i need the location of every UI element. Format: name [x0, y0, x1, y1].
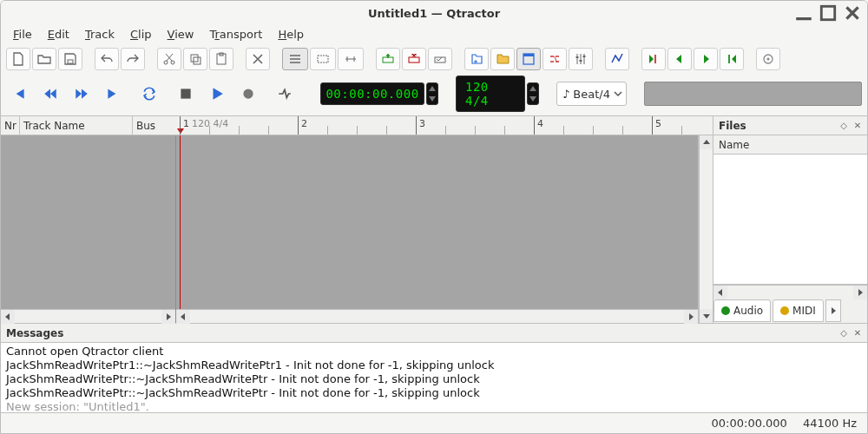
punch-in-button[interactable] [667, 48, 692, 70]
files-hscroll[interactable] [713, 285, 867, 299]
messages-body[interactable]: Cannot open Qtractor client JackShmReadW… [1, 343, 867, 412]
scroll-down-icon[interactable] [700, 309, 713, 323]
timeline-vscroll[interactable] [699, 135, 713, 323]
menu-view[interactable]: View [161, 25, 201, 46]
col-bus[interactable]: Bus [133, 116, 176, 135]
menubar: File Edit Track Clip View Transport Help [1, 25, 867, 46]
svg-rect-10 [409, 57, 419, 62]
timeline-thumbnail[interactable] [644, 82, 862, 106]
window-title: Untitled1 — Qtractor [368, 7, 500, 20]
svg-point-2 [164, 61, 168, 64]
svg-rect-14 [576, 56, 579, 58]
snap-combo[interactable]: ♪ Beat/4 [556, 82, 627, 106]
connections-button[interactable] [542, 48, 567, 70]
tool-range-button[interactable] [338, 48, 364, 70]
fast-forward-button[interactable] [69, 82, 95, 106]
tab-audio[interactable]: Audio [713, 299, 771, 322]
punch-out-button[interactable] [694, 48, 718, 70]
col-nr[interactable]: Nr [1, 116, 20, 135]
view-messages-button[interactable] [516, 48, 541, 70]
panel-float-button[interactable]: ◇ [838, 326, 850, 339]
scroll-up-icon[interactable] [700, 135, 713, 149]
punch-button[interactable] [272, 82, 298, 106]
scroll-right-icon[interactable] [853, 286, 867, 299]
tab-midi[interactable]: MIDI [773, 299, 824, 322]
paste-button[interactable] [209, 48, 233, 70]
save-button[interactable] [58, 48, 82, 70]
files-tabs: Audio MIDI [713, 299, 867, 323]
midi-panic-button[interactable] [756, 48, 780, 70]
minimize-button[interactable] [794, 3, 813, 23]
undo-button[interactable] [95, 48, 119, 70]
scroll-left-icon[interactable] [713, 286, 727, 299]
menu-edit[interactable]: Edit [41, 25, 76, 46]
snap-value: Beat/4 [573, 88, 610, 101]
stop-button[interactable] [173, 82, 199, 106]
tempo-spinner[interactable] [527, 82, 539, 105]
menu-file[interactable]: File [6, 25, 39, 46]
open-button[interactable] [32, 48, 56, 70]
time-display[interactable]: 00:00:00.000 [320, 82, 424, 105]
menu-track[interactable]: Track [78, 25, 122, 46]
mixer-button[interactable] [569, 48, 593, 70]
rewind-button[interactable] [37, 82, 63, 106]
message-line: JackShmReadWritePtr::~JackShmReadWritePt… [6, 372, 862, 386]
remove-track-button[interactable] [402, 48, 426, 70]
transport-loop-button[interactable] [136, 82, 162, 106]
view-files-button[interactable] [490, 48, 515, 70]
playhead-line [180, 135, 181, 309]
cut-button[interactable] [157, 48, 181, 70]
add-track-button[interactable] [376, 48, 400, 70]
delete-button[interactable] [246, 48, 270, 70]
main-area: Nr Track Name Bus 1 120 4/4 2 3 4 5 [1, 115, 867, 323]
track-list[interactable] [1, 135, 176, 323]
loop-set-button[interactable] [641, 48, 666, 70]
goto-start-button[interactable] [6, 82, 32, 106]
loop-button[interactable] [720, 48, 744, 70]
panel-float-button[interactable]: ◇ [838, 119, 850, 131]
track-props-button[interactable] [428, 48, 452, 70]
scroll-left-icon[interactable] [1, 310, 15, 324]
svg-rect-8 [318, 56, 328, 62]
record-button[interactable] [235, 82, 261, 106]
files-list[interactable] [713, 155, 867, 285]
messages-panel-title[interactable]: Messages ◇ ✕ [1, 324, 867, 343]
midi-dot-icon [780, 306, 789, 315]
copy-button[interactable] [183, 48, 207, 70]
tool-select-button[interactable] [282, 48, 308, 70]
timeline-ruler[interactable]: 1 120 4/4 2 3 4 5 [176, 116, 699, 135]
timeline-hscroll[interactable] [176, 309, 698, 323]
view-filesystem-button[interactable] [464, 48, 489, 70]
tempo-display[interactable]: 120 4/4 [456, 76, 525, 112]
scroll-right-icon[interactable] [684, 310, 698, 324]
menu-help[interactable]: Help [271, 25, 311, 46]
svg-rect-0 [821, 6, 834, 19]
svg-rect-11 [435, 57, 445, 62]
menu-clip[interactable]: Clip [123, 25, 159, 46]
status-time: 00:00:00.000 [712, 417, 787, 430]
tabs-scroll-right[interactable] [825, 299, 841, 322]
goto-end-button[interactable] [100, 82, 126, 106]
new-button[interactable] [6, 48, 30, 70]
panel-close-button[interactable]: ✕ [852, 119, 864, 131]
scroll-left-icon[interactable] [176, 310, 190, 324]
redo-button[interactable] [121, 48, 145, 70]
automation-button[interactable] [605, 48, 629, 70]
panel-close-button[interactable]: ✕ [852, 326, 864, 339]
files-panel-title[interactable]: Files ◇ ✕ [713, 116, 867, 135]
menu-transport[interactable]: Transport [202, 25, 269, 46]
svg-rect-4 [191, 55, 198, 62]
clip-area[interactable] [176, 135, 699, 323]
col-name[interactable]: Track Name [20, 116, 133, 135]
files-list-header[interactable]: Name [713, 135, 867, 155]
play-button[interactable] [204, 82, 230, 106]
time-spinner[interactable] [426, 82, 438, 105]
svg-rect-5 [194, 57, 201, 64]
maximize-button[interactable] [819, 3, 838, 23]
scroll-right-icon[interactable] [161, 310, 175, 324]
ruler-tempo-label: 120 4/4 [192, 118, 228, 129]
close-button[interactable] [843, 3, 862, 23]
tool-rect-button[interactable] [310, 48, 336, 70]
tracklist-hscroll[interactable] [1, 309, 175, 323]
svg-rect-1 [68, 60, 73, 63]
